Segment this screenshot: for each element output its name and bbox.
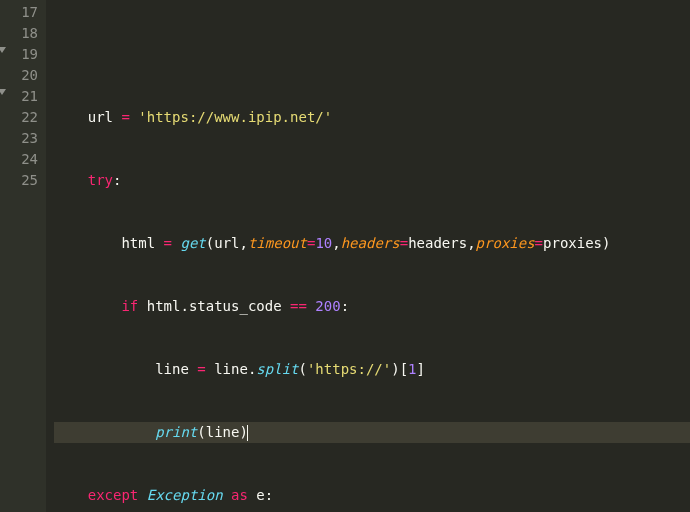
code-line: [54, 44, 690, 65]
code-line: if html.status_code == 200:: [54, 296, 690, 317]
code-line-active: print(line): [54, 422, 690, 443]
code-line: html = get(url,timeout=10,headers=header…: [54, 233, 690, 254]
fold-marker-icon[interactable]: [0, 47, 6, 53]
line-number: 23: [0, 128, 38, 149]
code-line: line = line.split('https://')[1]: [54, 359, 690, 380]
line-number: 24: [0, 149, 38, 170]
line-number: 18: [0, 23, 38, 44]
code-area[interactable]: url = 'https://www.ipip.net/' try: html …: [46, 0, 690, 512]
line-number: 20: [0, 65, 38, 86]
code-line: try:: [54, 170, 690, 191]
fold-marker-icon[interactable]: [0, 89, 6, 95]
code-line: url = 'https://www.ipip.net/': [54, 107, 690, 128]
line-number: 19: [0, 44, 38, 65]
line-number: 22: [0, 107, 38, 128]
code-line: except Exception as e:: [54, 485, 690, 506]
line-number: 21: [0, 86, 38, 107]
line-number: 25: [0, 170, 38, 191]
line-number-gutter: 17 18 19 20 21 22 23 24 25: [0, 0, 46, 512]
code-editor-pane: 17 18 19 20 21 22 23 24 25 url = 'https:…: [0, 0, 690, 512]
text-cursor: [247, 425, 248, 441]
line-number: 17: [0, 2, 38, 23]
